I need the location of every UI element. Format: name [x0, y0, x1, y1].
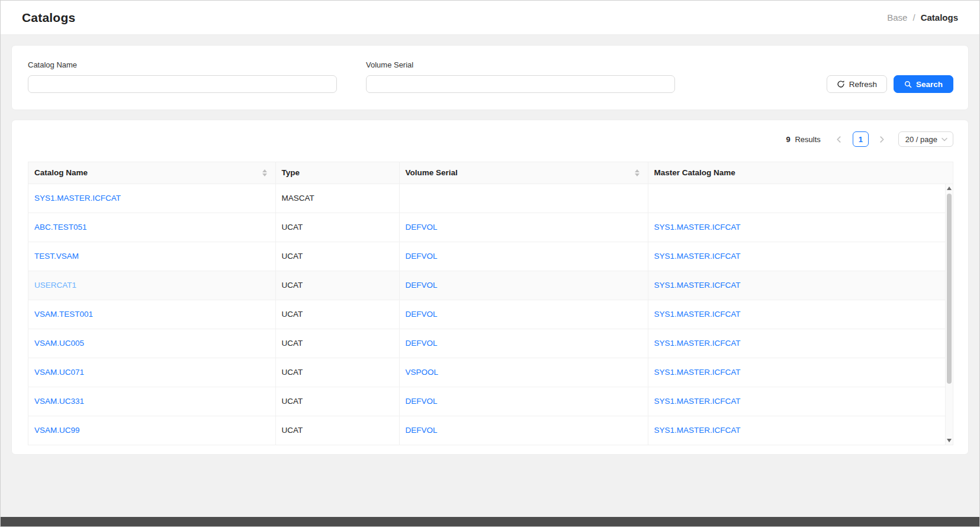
- volume-serial-label: Volume Serial: [366, 60, 675, 69]
- refresh-icon: [837, 80, 845, 88]
- table-row: SYS1.MASTER.ICFCAT MASCAT: [28, 184, 953, 213]
- type-value: UCAT: [282, 426, 303, 435]
- catalog-name-link[interactable]: USERCAT1: [34, 281, 76, 290]
- volume-serial-cell: DEFVOL: [399, 387, 648, 416]
- search-icon: [904, 81, 912, 88]
- results-count: 9 Results: [786, 135, 821, 144]
- page-size-select[interactable]: 20 / page: [898, 131, 953, 147]
- breadcrumb-item-base[interactable]: Base: [887, 12, 907, 23]
- column-header-master-catalog-name-label: Master Catalog Name: [654, 168, 735, 177]
- column-header-type-label: Type: [282, 168, 300, 177]
- volume-serial-link[interactable]: DEFVOL: [406, 339, 438, 348]
- volume-serial-cell: DEFVOL: [399, 300, 648, 329]
- type-value: UCAT: [282, 252, 303, 261]
- page-header: Catalogs Base / Catalogs: [1, 1, 979, 35]
- scrollbar-down-icon[interactable]: [946, 436, 953, 445]
- column-header-master-catalog-name: Master Catalog Name: [648, 162, 953, 184]
- type-value: UCAT: [282, 368, 303, 377]
- results-panel: 9 Results 1 20 / page: [11, 120, 969, 455]
- breadcrumb: Base / Catalogs: [887, 12, 958, 23]
- table-row: VSAM.UC005 UCAT DEFVOL SYS1.MASTER.ICFCA…: [28, 329, 953, 358]
- refresh-button[interactable]: Refresh: [827, 75, 887, 93]
- master-catalog-link[interactable]: SYS1.MASTER.ICFCAT: [654, 368, 741, 377]
- type-value: UCAT: [282, 223, 303, 232]
- table-row: VSAM.UC071 UCAT VSPOOL SYS1.MASTER.ICFCA…: [28, 358, 953, 387]
- catalog-name-label: Catalog Name: [28, 60, 337, 69]
- catalog-name-input[interactable]: [28, 75, 337, 93]
- catalog-name-link[interactable]: VSAM.UC071: [34, 368, 84, 377]
- master-catalog-cell: SYS1.MASTER.ICFCAT: [648, 358, 953, 387]
- page-size-value: 20 / page: [905, 135, 937, 144]
- volume-serial-link[interactable]: DEFVOL: [406, 397, 438, 406]
- master-catalog-cell: [648, 184, 953, 213]
- type-cell: UCAT: [275, 271, 399, 300]
- catalog-name-link[interactable]: VSAM.UC331: [34, 397, 84, 406]
- master-catalog-link[interactable]: SYS1.MASTER.ICFCAT: [654, 223, 741, 232]
- window-bottom-bar: [1, 517, 979, 526]
- column-header-volume-serial[interactable]: Volume Serial: [399, 162, 648, 184]
- volume-serial-cell: DEFVOL: [399, 329, 648, 358]
- filter-panel: Catalog Name Volume Serial Refresh: [11, 45, 969, 110]
- master-catalog-cell: SYS1.MASTER.ICFCAT: [648, 329, 953, 358]
- catalog-name-cell: SYS1.MASTER.ICFCAT: [28, 184, 275, 213]
- volume-serial-link[interactable]: VSPOOL: [406, 368, 439, 377]
- type-value: UCAT: [282, 397, 303, 406]
- volume-serial-link[interactable]: DEFVOL: [406, 223, 438, 232]
- master-catalog-cell: SYS1.MASTER.ICFCAT: [648, 300, 953, 329]
- master-catalog-cell: SYS1.MASTER.ICFCAT: [648, 271, 953, 300]
- pagination-next-button[interactable]: [875, 131, 890, 147]
- volume-serial-cell: DEFVOL: [399, 271, 648, 300]
- pagination-page-1[interactable]: 1: [853, 131, 869, 147]
- volume-serial-link[interactable]: DEFVOL: [406, 252, 438, 261]
- column-header-volume-serial-label: Volume Serial: [406, 168, 458, 177]
- page-title: Catalogs: [22, 11, 75, 25]
- scrollbar-thumb[interactable]: [947, 194, 952, 384]
- catalog-name-link[interactable]: ABC.TEST051: [34, 223, 87, 232]
- search-button[interactable]: Search: [894, 75, 953, 93]
- breadcrumb-item-catalogs: Catalogs: [921, 12, 958, 23]
- volume-serial-link[interactable]: DEFVOL: [406, 281, 438, 290]
- chevron-right-icon: [879, 136, 885, 143]
- app-window: Catalogs Base / Catalogs Catalog Name Vo…: [0, 0, 980, 527]
- sort-icon-catalog-name[interactable]: [262, 169, 267, 176]
- pagination-prev-button[interactable]: [831, 131, 847, 147]
- master-catalog-link[interactable]: SYS1.MASTER.ICFCAT: [654, 252, 741, 261]
- catalog-name-link[interactable]: VSAM.TEST001: [34, 310, 93, 319]
- table-scrollbar[interactable]: [945, 184, 953, 445]
- results-count-suffix: Results: [795, 135, 820, 144]
- scrollbar-track[interactable]: [946, 192, 953, 436]
- master-catalog-cell: SYS1.MASTER.ICFCAT: [648, 242, 953, 271]
- master-catalog-link[interactable]: SYS1.MASTER.ICFCAT: [654, 397, 741, 406]
- master-catalog-link[interactable]: SYS1.MASTER.ICFCAT: [654, 281, 741, 290]
- column-header-catalog-name-label: Catalog Name: [34, 168, 88, 177]
- volume-serial-link[interactable]: DEFVOL: [406, 426, 438, 435]
- volume-serial-link[interactable]: DEFVOL: [406, 310, 438, 319]
- table-header-row: Catalog Name Type Volume Serial: [28, 162, 953, 184]
- catalog-name-link[interactable]: SYS1.MASTER.ICFCAT: [34, 194, 121, 203]
- master-catalog-cell: SYS1.MASTER.ICFCAT: [648, 213, 953, 242]
- catalog-name-link[interactable]: VSAM.UC99: [34, 426, 80, 435]
- catalog-name-cell: VSAM.UC005: [28, 329, 275, 358]
- master-catalog-link[interactable]: SYS1.MASTER.ICFCAT: [654, 426, 741, 435]
- results-count-number: 9: [786, 135, 791, 144]
- catalog-name-cell: VSAM.UC99: [28, 416, 275, 445]
- catalog-name-link[interactable]: TEST.VSAM: [34, 252, 79, 261]
- master-catalog-link[interactable]: SYS1.MASTER.ICFCAT: [654, 310, 741, 319]
- volume-serial-input[interactable]: [366, 75, 675, 93]
- column-header-catalog-name[interactable]: Catalog Name: [28, 162, 275, 184]
- master-catalog-link[interactable]: SYS1.MASTER.ICFCAT: [654, 339, 741, 348]
- type-cell: UCAT: [275, 213, 399, 242]
- catalog-name-field: Catalog Name: [28, 60, 337, 93]
- type-cell: UCAT: [275, 387, 399, 416]
- sort-icon-volume-serial[interactable]: [635, 169, 640, 176]
- type-value: UCAT: [282, 310, 303, 319]
- table-row: VSAM.TEST001 UCAT DEFVOL SYS1.MASTER.ICF…: [28, 300, 953, 329]
- scrollbar-up-icon[interactable]: [946, 184, 953, 192]
- type-value: MASCAT: [282, 194, 314, 203]
- type-cell: UCAT: [275, 358, 399, 387]
- catalog-name-link[interactable]: VSAM.UC005: [34, 339, 84, 348]
- filter-actions: Refresh Search: [827, 75, 953, 93]
- table-row: VSAM.UC331 UCAT DEFVOL SYS1.MASTER.ICFCA…: [28, 387, 953, 416]
- main-content: Catalog Name Volume Serial Refresh: [1, 35, 979, 517]
- column-header-type: Type: [275, 162, 399, 184]
